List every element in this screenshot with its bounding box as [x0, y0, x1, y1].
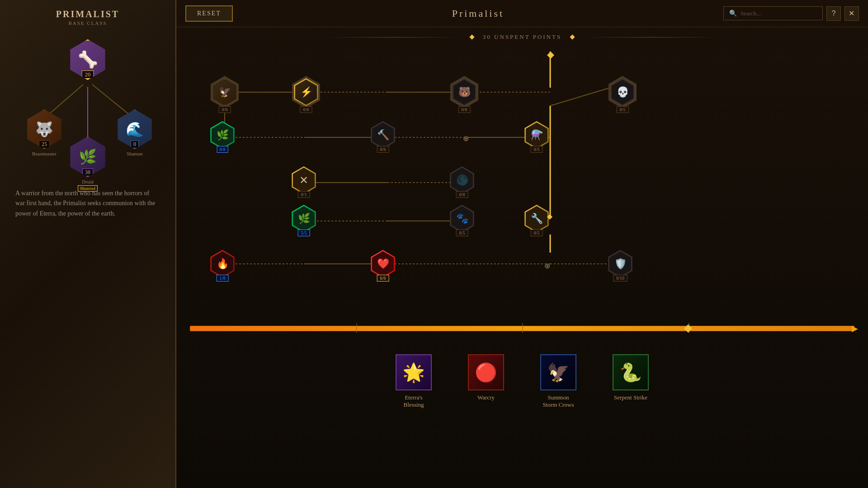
progress-diamond [684, 324, 692, 333]
reset-button[interactable]: RESET [185, 5, 233, 22]
skill-node-9[interactable]: 🌑 0/8 [448, 166, 476, 194]
skill-node-15[interactable]: 🛡️ 0/10 [606, 250, 634, 278]
gold-diamond-top [547, 52, 554, 59]
skill-node-7[interactable]: ⚗️ 0/5 [523, 121, 551, 149]
skill-warcry[interactable]: 🔴 Warcry [468, 354, 504, 408]
class-node-primalist[interactable]: 🦴 20 [67, 39, 108, 80]
mastered-badge: Mastered [78, 185, 98, 192]
warcry-label: Warcry [477, 394, 495, 401]
banner-diamond-right [570, 34, 575, 39]
skill-node-3[interactable]: 🐻 0/6 [448, 76, 481, 108]
unspent-banner: 30 UNSPENT POINTS [176, 27, 868, 47]
class-tree: 🦴 20 🐺 25 Beastmaster 🌊 0 Shaman 🌿 38 [6, 35, 169, 184]
beastmaster-label: Beastmaster [32, 151, 57, 156]
skill-eterra[interactable]: 🌟 Eterra'sBlessing [396, 354, 432, 408]
storm-crows-label: SummonStorm Crows [543, 394, 574, 408]
bottom-skills-container: 🌟 Eterra'sBlessing 🔴 Warcry 🦅 SummonStor… [176, 354, 868, 408]
progress-bar-container: ▶ [190, 325, 854, 332]
progress-arrow: ▶ [852, 324, 858, 333]
skill-node-12[interactable]: 🔧 0/5 [523, 205, 551, 233]
warcry-icon: 🔴 [468, 354, 504, 390]
skill-storm-crows[interactable]: 🦅 SummonStorm Crows [540, 354, 576, 408]
serpent-icon: 🐍 [613, 354, 649, 390]
storm-crows-icon: 🦅 [540, 354, 576, 390]
unspent-points-text: 30 UNSPENT POINTS [483, 33, 561, 41]
shaman-label: Shaman [127, 151, 142, 156]
svg-line-25 [550, 88, 610, 106]
serpent-label: Serpent Strike [614, 394, 647, 401]
eterra-icon: 🌟 [396, 354, 432, 390]
search-box: 🔍 [723, 6, 823, 20]
skill-node-4[interactable]: 💀 0/5 [606, 76, 639, 108]
skill-node-8[interactable]: ✕ 0/1 [290, 166, 318, 194]
eterra-label: Eterra'sBlessing [404, 394, 424, 408]
search-icon: 🔍 [729, 9, 737, 17]
skill-node-1[interactable]: 🦅 0/6 [208, 76, 241, 108]
skill-serpent-strike[interactable]: 🐍 Serpent Strike [613, 354, 649, 408]
skill-node-14[interactable]: ❤️ 6/6 [369, 250, 397, 278]
tick-2 [522, 323, 523, 333]
druid-label: Druid [82, 179, 94, 184]
page-title: Primalist [452, 8, 504, 19]
class-title: PRIMALIST [56, 9, 119, 19]
skill-node-13[interactable]: 🔥 1/8 [208, 250, 236, 278]
search-input[interactable] [741, 10, 817, 17]
svg-text:⊕: ⊕ [463, 135, 469, 142]
skill-node-10[interactable]: 🌿 5/5 [290, 205, 318, 233]
left-panel: PRIMALIST BASE CLASS 🦴 20 🐺 25 Beastmas [0, 0, 176, 488]
tick-1 [356, 323, 357, 333]
skill-node-6[interactable]: 🔨 0/6 [369, 121, 397, 149]
skill-node-2[interactable]: ⚡ 0/6 [290, 76, 322, 108]
banner-line-right [583, 37, 719, 38]
svg-text:⊕: ⊕ [544, 262, 550, 270]
class-node-druid[interactable]: 🌿 38 Druid Mastered [67, 136, 108, 192]
header: RESET Primalist 🔍 ? ✕ [176, 0, 868, 27]
close-button[interactable]: ✕ [844, 6, 859, 21]
main-panel: RESET Primalist 🔍 ? ✕ 30 UNSPENT POINTS [176, 0, 868, 488]
header-controls: 🔍 ? ✕ [723, 6, 859, 21]
skill-node-11[interactable]: 🐾 0/5 [448, 205, 476, 233]
skill-node-druid-8[interactable]: 🌿 8/8 [208, 121, 236, 149]
class-node-beastmaster[interactable]: 🐺 25 Beastmaster [24, 109, 64, 156]
class-subtitle: BASE CLASS [68, 20, 107, 26]
banner-diamond [469, 34, 474, 39]
class-node-shaman[interactable]: 🌊 0 Shaman [115, 109, 155, 156]
banner-line-left [326, 37, 461, 38]
skill-tree: ⊕ ⊕ 🦅 0/6 ⚡ 0/6 [176, 47, 868, 418]
help-button[interactable]: ? [826, 6, 841, 21]
